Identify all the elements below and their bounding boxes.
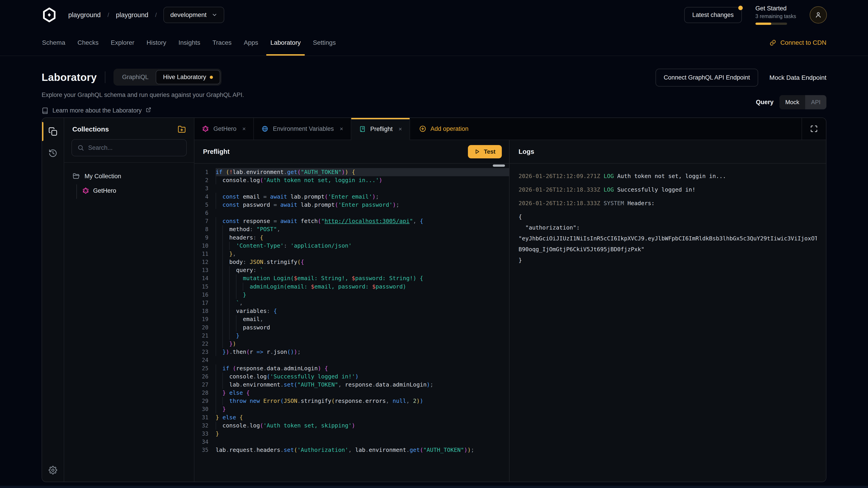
code-line[interactable]: 27 lab.environment.set("AUTH_TOKEN", res… bbox=[194, 381, 509, 389]
nav-tab-settings[interactable]: Settings bbox=[312, 30, 336, 56]
line-number: 9 bbox=[194, 234, 216, 242]
code-line[interactable]: 1if (!lab.environment.get("AUTH_TOKEN"))… bbox=[194, 168, 509, 176]
code-line[interactable]: 9 headers: { bbox=[194, 234, 509, 242]
collection-folder[interactable]: My Collection bbox=[72, 171, 194, 182]
code-line[interactable]: 8 method: "POST", bbox=[194, 225, 509, 233]
hive-logo-icon[interactable] bbox=[41, 7, 57, 23]
code-line[interactable]: 3 bbox=[194, 184, 509, 193]
nav-tab-apps[interactable]: Apps bbox=[243, 30, 259, 56]
code-line[interactable]: 11 }, bbox=[194, 250, 509, 258]
tab-environment-variables[interactable]: Environment Variables × bbox=[254, 118, 351, 140]
history-icon[interactable] bbox=[49, 149, 57, 158]
page-header: Laboratory GraphiQL Hive Laboratory Expl… bbox=[0, 56, 868, 114]
code-line[interactable]: 18 variables: { bbox=[194, 307, 509, 315]
line-number: 6 bbox=[194, 209, 216, 217]
code-line[interactable]: 17 `, bbox=[194, 299, 509, 307]
tab-gethero[interactable]: GetHero × bbox=[194, 118, 254, 140]
code-line[interactable]: 10 'Content-Type': 'application/json' bbox=[194, 242, 509, 250]
code-line[interactable]: 21 } bbox=[194, 332, 509, 340]
line-number: 32 bbox=[194, 422, 216, 430]
code-line[interactable]: 19 email, bbox=[194, 315, 509, 323]
nav-tab-explorer[interactable]: Explorer bbox=[110, 30, 135, 56]
learn-more-label: Learn more about the Laboratory bbox=[53, 107, 142, 114]
code-line[interactable]: 33} bbox=[194, 430, 509, 438]
divider bbox=[105, 71, 105, 83]
logs-output: 2026-01-26T12:12:09.271Z LOG Auth token … bbox=[509, 164, 826, 482]
folder-plus-icon[interactable] bbox=[178, 125, 186, 133]
endpoint-toggle-label: Query bbox=[756, 99, 774, 106]
line-number: 3 bbox=[194, 184, 216, 193]
code-line[interactable]: 5 const password = await lab.prompt('Ent… bbox=[194, 201, 509, 209]
line-number: 17 bbox=[194, 299, 216, 307]
collections-icon[interactable] bbox=[49, 127, 57, 136]
tab-preflight[interactable]: Preflight × bbox=[351, 118, 410, 140]
code-line[interactable]: 14 mutation Login($email: String!, $pass… bbox=[194, 274, 509, 283]
endpoint-option-api[interactable]: API bbox=[805, 95, 827, 109]
nav-tab-insights[interactable]: Insights bbox=[178, 30, 201, 56]
mode-option-graphiql[interactable]: GraphiQL bbox=[115, 70, 156, 84]
code-line[interactable]: 16 } bbox=[194, 291, 509, 299]
code-line[interactable]: 22 }) bbox=[194, 340, 509, 348]
nav-tab-history[interactable]: History bbox=[146, 30, 166, 56]
code-line[interactable]: 13 query: ` bbox=[194, 266, 509, 274]
endpoint-toggle: Mock API bbox=[779, 95, 827, 109]
line-number: 20 bbox=[194, 324, 216, 332]
code-line[interactable]: 26 console.log('Successfully logged in!'… bbox=[194, 372, 509, 381]
code-line[interactable]: 4 const email = await lab.prompt('Enter … bbox=[194, 193, 509, 201]
connect-graphql-endpoint-button[interactable]: Connect GraphQL API Endpoint bbox=[655, 69, 758, 87]
line-number: 23 bbox=[194, 348, 216, 356]
code-line[interactable]: 15 adminLogin(email: $email, password: $… bbox=[194, 283, 509, 291]
code-line[interactable]: 12 body: JSON.stringify({ bbox=[194, 258, 509, 266]
gear-icon[interactable] bbox=[49, 466, 57, 475]
add-operation-button[interactable]: Add operation bbox=[410, 118, 477, 140]
nav-tab-checks[interactable]: Checks bbox=[77, 30, 99, 56]
logs-title: Logs bbox=[519, 148, 534, 156]
plus-circle-icon bbox=[419, 125, 426, 132]
close-icon[interactable]: × bbox=[399, 126, 402, 133]
close-icon[interactable]: × bbox=[340, 125, 343, 132]
line-number: 2 bbox=[194, 176, 216, 184]
code-line[interactable]: 23 }).then(r => r.json()); bbox=[194, 348, 509, 356]
ui-mode-toggle: GraphiQL Hive Laboratory bbox=[114, 69, 221, 86]
tab-label: GetHero bbox=[213, 125, 237, 132]
code-line[interactable]: 30 } bbox=[194, 405, 509, 413]
user-avatar[interactable] bbox=[810, 6, 827, 24]
code-line[interactable]: 24 bbox=[194, 356, 509, 364]
chevron-down-icon bbox=[212, 12, 217, 18]
mock-data-endpoint-label[interactable]: Mock Data Endpoint bbox=[770, 74, 827, 81]
editor-scrollbar-thumb[interactable] bbox=[493, 164, 505, 167]
fullscreen-button[interactable] bbox=[802, 118, 826, 140]
close-icon[interactable]: × bbox=[242, 125, 246, 132]
line-number: 15 bbox=[194, 283, 216, 291]
mode-option-hive-laboratory[interactable]: Hive Laboratory bbox=[156, 70, 220, 84]
code-editor[interactable]: 1if (!lab.environment.get("AUTH_TOKEN"))… bbox=[194, 164, 509, 482]
nav-tab-schema[interactable]: Schema bbox=[41, 30, 66, 56]
code-line[interactable]: 35lab.request.headers.set('Authorization… bbox=[194, 446, 509, 454]
nav-tab-laboratory[interactable]: Laboratory bbox=[270, 30, 301, 56]
collections-tree: My Collection GetHero bbox=[64, 163, 194, 196]
page-title: Laboratory bbox=[41, 71, 97, 84]
code-line[interactable]: 31} else { bbox=[194, 414, 509, 422]
breadcrumb-project[interactable]: playground bbox=[116, 11, 149, 19]
get-started-subtitle: 3 remaining tasks bbox=[755, 13, 796, 20]
code-line[interactable]: 2 console.log('Auth token not set, loggi… bbox=[194, 176, 509, 184]
breadcrumb-org[interactable]: playground bbox=[68, 11, 101, 19]
test-button[interactable]: Test bbox=[468, 145, 502, 158]
laboratory-panel: Collections My Collection bbox=[41, 118, 827, 482]
connect-to-cdn-link[interactable]: Connect to CDN bbox=[770, 39, 827, 46]
code-line[interactable]: 32 console.log('Auth token set, skipping… bbox=[194, 422, 509, 430]
code-line[interactable]: 28 } else { bbox=[194, 389, 509, 397]
code-line[interactable]: 6 bbox=[194, 209, 509, 217]
latest-changes-button[interactable]: Latest changes bbox=[684, 7, 742, 23]
code-line[interactable]: 29 throw new Error(JSON.stringify(respon… bbox=[194, 397, 509, 405]
collection-operation-gethero[interactable]: GetHero bbox=[82, 185, 194, 196]
endpoint-option-mock[interactable]: Mock bbox=[779, 95, 805, 109]
get-started-widget[interactable]: Get Started 3 remaining tasks bbox=[755, 5, 796, 25]
nav-tab-traces[interactable]: Traces bbox=[212, 30, 232, 56]
target-selector[interactable]: development bbox=[163, 7, 224, 23]
code-line[interactable]: 7 const response = await fetch("http://l… bbox=[194, 217, 509, 225]
code-line[interactable]: 25 if (response.data.adminLogin) { bbox=[194, 364, 509, 372]
code-line[interactable]: 34 bbox=[194, 438, 509, 446]
search-input[interactable] bbox=[88, 144, 181, 151]
code-line[interactable]: 20 password bbox=[194, 324, 509, 332]
